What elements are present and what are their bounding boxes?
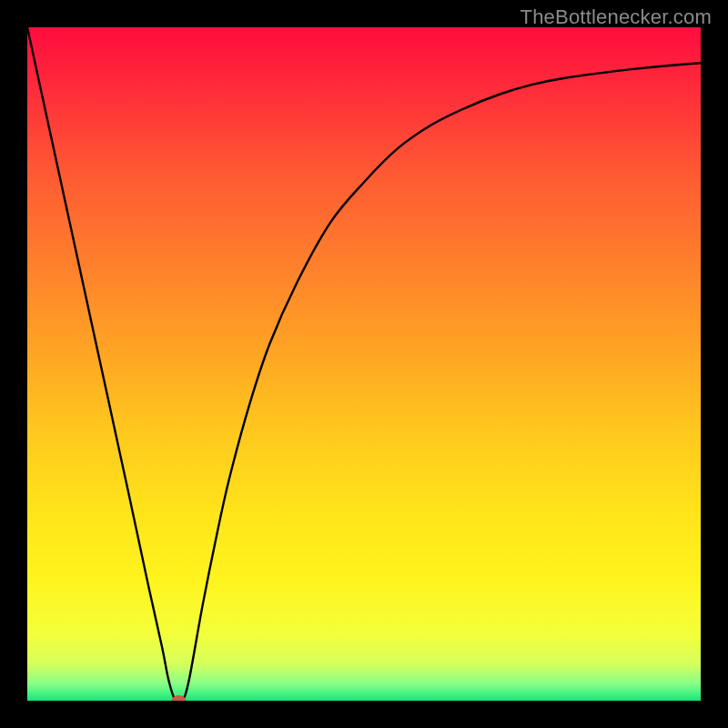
plot-area (27, 27, 701, 701)
gradient-background (27, 27, 701, 701)
chart-frame: TheBottlenecker.com (0, 0, 728, 728)
chart-svg (27, 27, 701, 701)
watermark-text: TheBottlenecker.com (521, 5, 712, 29)
